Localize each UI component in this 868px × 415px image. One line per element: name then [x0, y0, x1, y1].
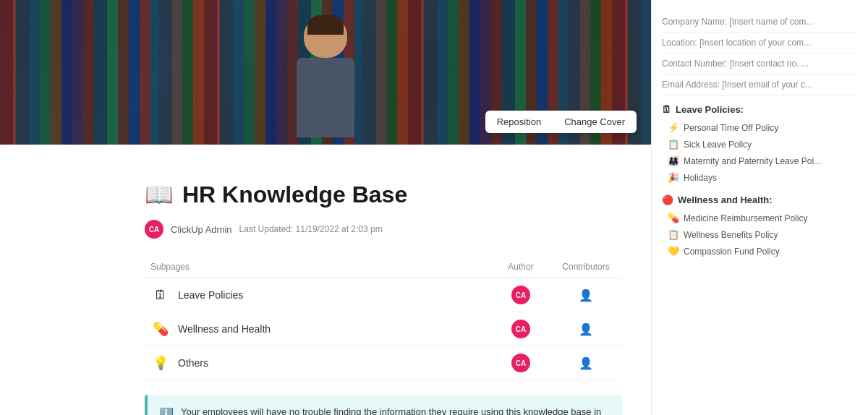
sidebar-item[interactable]: 💛 Compassion Fund Policy [662, 243, 858, 260]
info-text: Your employees will have no trouble find… [181, 405, 610, 415]
author-avatar: CA [145, 220, 163, 239]
sidebar-item-label: Sick Leave Policy [684, 140, 752, 150]
section-icon: 🗓 [662, 104, 671, 115]
right-sidebar: Company Name: [Insert name of com...Loca… [651, 0, 868, 415]
sidebar-item[interactable]: 🎉 Holidays [662, 169, 858, 186]
subpage-contributors-cell: 👤 [550, 312, 622, 346]
sidebar-item-icon: 🎉 [668, 172, 679, 183]
person-hair [307, 14, 344, 35]
last-updated: Last Updated: 11/19/2022 at 2:03 pm [239, 224, 383, 234]
sidebar-item-label: Medicine Reimbursement Policy [684, 213, 807, 223]
cover-image: Reposition Change Cover [0, 0, 651, 145]
section-title-text: Wellness and Health: [678, 194, 773, 205]
subpage-name-cell[interactable]: 💡 Others [145, 346, 492, 380]
subpage-name-cell[interactable]: 🗓 Leave Policies [145, 278, 492, 312]
col-header-contributors: Contributors [550, 259, 622, 278]
contributor-icon: 👤 [579, 289, 593, 301]
cover-action-buttons: Reposition Change Cover [485, 111, 637, 133]
subpage-author-cell: CA [492, 312, 550, 346]
subpage-label: Wellness and Health [178, 323, 271, 335]
title-row: 📖 HR Knowledge Base [145, 181, 622, 208]
subpage-label: Leave Policies [178, 289, 243, 301]
subpages-table: Subpages Author Contributors 🗓 Leave Pol… [145, 259, 622, 380]
document-content: 📖 HR Knowledge Base CA ClickUp Admin Las… [0, 145, 651, 415]
page-title: HR Knowledge Base [182, 181, 407, 208]
subpage-icon: 🗓 [150, 288, 171, 303]
sidebar-field[interactable]: Email Address: [Insert email of your c..… [662, 74, 858, 95]
sidebar-item-label: Personal Time Off Policy [684, 123, 778, 133]
sidebar-item[interactable]: 💊 Medicine Reimbursement Policy [662, 210, 858, 226]
change-cover-button[interactable]: Change Cover [554, 112, 635, 132]
col-header-subpages: Subpages [145, 259, 492, 278]
person-figure [282, 14, 369, 145]
sidebar-item-icon: 💊 [668, 213, 679, 223]
info-callout: ℹ️ Your employees will have no trouble f… [145, 395, 622, 415]
table-row: 💡 Others CA 👤 [145, 346, 622, 380]
subpage-icon: 💊 [150, 321, 171, 337]
sidebar-item[interactable]: 👨‍👩‍👧 Maternity and Paternity Leave Pol.… [662, 153, 858, 169]
sidebar-item-icon: 📋 [668, 139, 679, 150]
author-avatar-sm: CA [511, 354, 530, 372]
sidebar-item-icon: 👨‍👩‍👧 [668, 155, 679, 166]
author-avatar-sm: CA [511, 320, 530, 338]
sidebar-section-title: 🗓Leave Policies: [662, 104, 858, 115]
author-avatar-sm: CA [511, 286, 530, 304]
sidebar-item[interactable]: ⚡ Personal Time Off Policy [662, 119, 858, 136]
subpage-label: Others [178, 357, 208, 369]
sidebar-item-icon: 💛 [668, 246, 679, 257]
table-row: 🗓 Leave Policies CA 👤 [145, 278, 622, 312]
sidebar-field[interactable]: Company Name: [Insert name of com... [662, 12, 858, 33]
info-icon: ℹ️ [159, 406, 174, 415]
person-head [304, 14, 347, 58]
sidebar-item[interactable]: 📋 Wellness Benefits Policy [662, 226, 858, 243]
sidebar-item-label: Compassion Fund Policy [684, 247, 780, 257]
sidebar-item-icon: 📋 [668, 229, 679, 240]
sidebar-item-label: Maternity and Paternity Leave Pol... [684, 156, 821, 166]
contributor-icon: 👤 [579, 357, 593, 369]
subpage-author-cell: CA [492, 278, 550, 312]
sidebar-item-label: Holidays [684, 173, 717, 183]
reposition-button[interactable]: Reposition [487, 112, 551, 132]
sidebar-field[interactable]: Contact Number: [Insert contact no. ... [662, 54, 858, 74]
subpage-contributors-cell: 👤 [550, 278, 622, 312]
col-header-author: Author [492, 259, 550, 278]
subpage-contributors-cell: 👤 [550, 346, 622, 380]
title-emoji: 📖 [145, 181, 174, 208]
section-title-text: Leave Policies: [676, 104, 744, 115]
section-icon: 🔴 [662, 194, 673, 205]
subpage-name-cell[interactable]: 💊 Wellness and Health [145, 312, 492, 346]
person-body [297, 58, 354, 137]
subpage-icon: 💡 [150, 355, 171, 371]
contributor-icon: 👤 [579, 323, 593, 335]
sidebar-section-title: 🔴Wellness and Health: [662, 194, 858, 205]
doc-metadata: CA ClickUp Admin Last Updated: 11/19/202… [145, 220, 622, 239]
sidebar-item[interactable]: 📋 Sick Leave Policy [662, 136, 858, 153]
table-row: 💊 Wellness and Health CA 👤 [145, 312, 622, 346]
sidebar-item-icon: ⚡ [668, 122, 679, 133]
author-name: ClickUp Admin [171, 224, 232, 235]
sidebar-item-label: Wellness Benefits Policy [684, 230, 778, 240]
subpage-author-cell: CA [492, 346, 550, 380]
sidebar-field[interactable]: Location: [Insert location of your com..… [662, 33, 858, 54]
